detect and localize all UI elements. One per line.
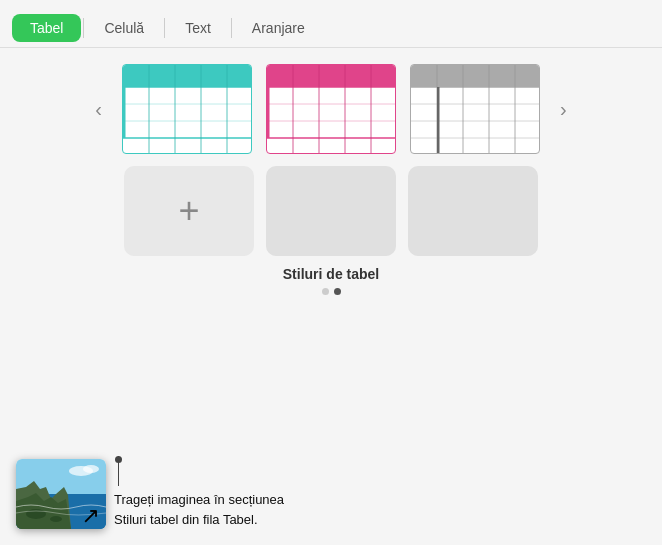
tab-aranjare[interactable]: Aranjare: [234, 14, 323, 42]
tab-divider-1: [83, 18, 84, 38]
table-previews-row: ‹: [10, 64, 652, 154]
tab-text[interactable]: Text: [167, 14, 229, 42]
callout-line2: Stiluri tabel din fila Tabel.: [114, 512, 258, 527]
styles-section: + Stiluri de tabel: [10, 166, 652, 295]
callout-box: ↖ Trageți imaginea în secțiunea Stiluri …: [16, 456, 646, 529]
callout-text: Trageți imaginea în secțiunea Stiluri ta…: [114, 490, 284, 529]
pagination-dots: [322, 288, 341, 295]
tab-tabel[interactable]: Tabel: [12, 14, 81, 42]
tab-divider-2: [164, 18, 165, 38]
cursor-icon: ↖: [82, 505, 100, 527]
svg-point-38: [83, 465, 99, 473]
svg-rect-29: [437, 87, 440, 154]
dot-1[interactable]: [322, 288, 329, 295]
add-style-card[interactable]: +: [124, 166, 254, 256]
callout-line-wrap: Trageți imaginea în secțiunea Stiluri ta…: [114, 456, 284, 529]
main-content: ‹: [0, 48, 662, 545]
callout-vertical-line: [118, 456, 119, 486]
style-card-empty-1[interactable]: [266, 166, 396, 256]
dot-2[interactable]: [334, 288, 341, 295]
svg-rect-0: [123, 65, 252, 87]
prev-arrow[interactable]: ‹: [87, 94, 110, 125]
svg-point-36: [50, 516, 62, 522]
panel: Tabel Celulă Text Aranjare ‹: [0, 0, 662, 545]
table-style-pink[interactable]: [266, 64, 396, 154]
table-style-teal[interactable]: [122, 64, 252, 154]
next-arrow[interactable]: ›: [552, 94, 575, 125]
style-cards-row: +: [10, 166, 652, 256]
style-card-empty-2[interactable]: [408, 166, 538, 256]
svg-rect-19: [267, 87, 270, 138]
table-style-gray[interactable]: [410, 64, 540, 154]
styles-label: Stiluri de tabel: [283, 266, 379, 282]
svg-rect-10: [267, 65, 396, 87]
svg-point-35: [26, 509, 46, 519]
previews-wrapper: [122, 64, 540, 154]
callout-image-wrap: ↖: [16, 459, 106, 529]
add-style-icon: +: [178, 193, 199, 229]
tab-celula[interactable]: Celulă: [86, 14, 162, 42]
svg-rect-20: [411, 65, 540, 87]
tab-divider-3: [231, 18, 232, 38]
svg-rect-9: [123, 87, 126, 138]
tab-bar: Tabel Celulă Text Aranjare: [0, 0, 662, 48]
callout-line1: Trageți imaginea în secțiunea: [114, 492, 284, 507]
